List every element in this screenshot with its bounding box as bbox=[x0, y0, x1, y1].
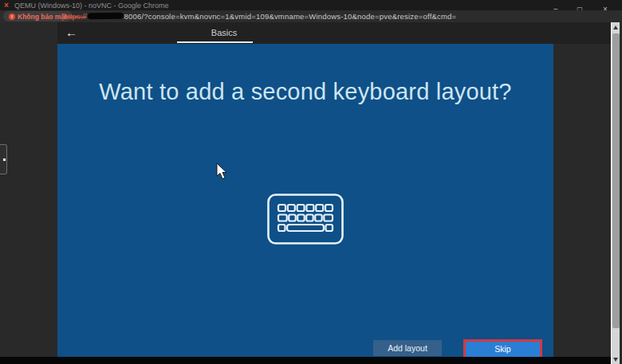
scrollbar-thumb[interactable] bbox=[612, 33, 620, 328]
novnc-page: ← Basics Want to add a second keyboard l… bbox=[0, 22, 622, 364]
bottom-strip bbox=[0, 357, 611, 364]
not-secure-label: Không bảo mật bbox=[18, 13, 67, 21]
browser-titlebar: × QEMU (Windows-10) - noVNC - Google Chr… bbox=[0, 0, 622, 10]
browser-window: × QEMU (Windows-10) - noVNC - Google Chr… bbox=[0, 0, 622, 364]
vertical-scrollbar[interactable] bbox=[611, 22, 620, 364]
mouse-cursor-icon bbox=[216, 162, 228, 180]
not-secure-icon: ! bbox=[9, 14, 15, 20]
scroll-up-icon[interactable] bbox=[613, 25, 618, 29]
novnc-controlbar-handle[interactable] bbox=[0, 144, 7, 174]
keyboard-icon bbox=[267, 194, 344, 245]
url-text[interactable]: https://8006/?console=kvm&novnc=1&vmid=1… bbox=[64, 10, 456, 22]
handle-grip-icon bbox=[3, 159, 6, 161]
address-bar[interactable]: ! Không bảo mật https://8006/?console=kv… bbox=[0, 10, 622, 22]
back-arrow-icon[interactable]: ← bbox=[65, 25, 77, 39]
not-secure-badge[interactable]: ! Không bảo mật bbox=[3, 11, 73, 22]
tab-basics: Basics bbox=[211, 28, 237, 37]
url-scheme: https:// bbox=[64, 12, 87, 21]
url-tail: 8006/?console=kvm&novnc=1&vmid=109&vmnam… bbox=[124, 12, 457, 21]
add-layout-button[interactable]: Add layout bbox=[373, 340, 442, 356]
oobe-header: ← Basics bbox=[57, 22, 611, 44]
skip-button[interactable]: Skip bbox=[466, 342, 540, 357]
scroll-down-icon[interactable] bbox=[613, 358, 618, 362]
novnc-favicon-icon: × bbox=[4, 1, 9, 10]
vm-screen-viewport: Want to add a second keyboard layout? bbox=[57, 44, 553, 357]
tab-basics-underline bbox=[177, 41, 253, 43]
page-title: Want to add a second keyboard layout? bbox=[57, 79, 553, 105]
url-redacted-scribble bbox=[87, 13, 123, 20]
window-title: QEMU (Windows-10) - noVNC - Google Chrom… bbox=[14, 2, 169, 10]
